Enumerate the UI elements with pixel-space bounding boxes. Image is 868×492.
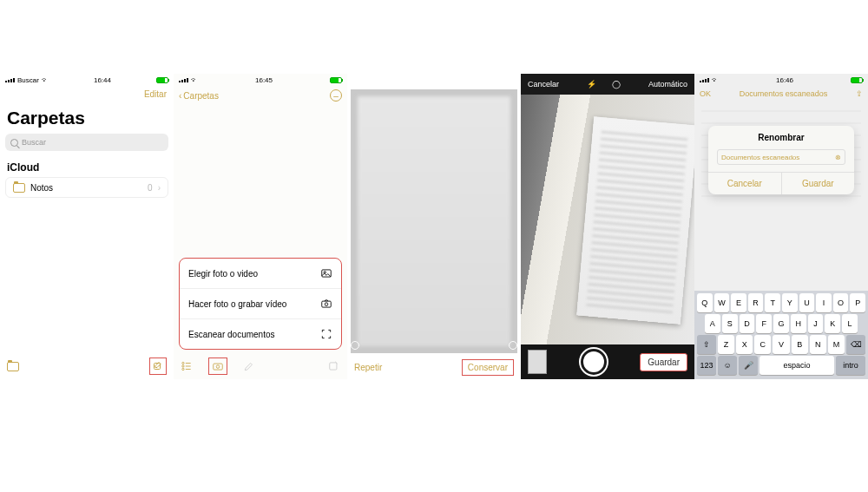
search-input[interactable]: Buscar bbox=[5, 134, 168, 151]
key-v[interactable]: V bbox=[773, 335, 789, 354]
key-p[interactable]: P bbox=[850, 293, 865, 312]
crop-handle-tl[interactable] bbox=[351, 77, 359, 86]
battery-icon bbox=[851, 77, 863, 83]
screen-note-actions: ᯤ 16:45 ‹Carpetas – Elegir foto o video … bbox=[174, 74, 347, 379]
chevron-left-icon: ‹ bbox=[179, 91, 181, 101]
rename-input[interactable]: Documentos escaneados ⊗ bbox=[717, 149, 845, 165]
emoji-key[interactable]: ☺ bbox=[718, 356, 737, 375]
screen-scan-camera: Cancelar ⚡ ◯ Automático Guardar bbox=[521, 74, 694, 379]
search-icon bbox=[10, 139, 18, 147]
svg-rect-10 bbox=[330, 363, 337, 370]
wifi-icon: ᯤ bbox=[42, 76, 49, 84]
take-photo-item[interactable]: Hacer foto o grabar vídeo bbox=[180, 289, 341, 319]
folder-row[interactable]: Notos 0 › bbox=[5, 177, 168, 198]
back-search-label: Buscar bbox=[17, 76, 39, 84]
svg-point-7 bbox=[182, 368, 184, 370]
page-title: Carpetas bbox=[0, 102, 174, 132]
key-z[interactable]: Z bbox=[718, 335, 734, 354]
detected-document bbox=[576, 116, 694, 325]
key-w[interactable]: W bbox=[714, 293, 730, 312]
crop-handle-br[interactable] bbox=[509, 341, 517, 350]
camera-button[interactable] bbox=[208, 358, 227, 375]
key-j[interactable]: J bbox=[808, 314, 824, 333]
space-key[interactable]: espacio bbox=[760, 356, 834, 375]
backspace-key[interactable]: ⌫ bbox=[846, 335, 865, 354]
cancel-button[interactable]: Cancelar bbox=[528, 80, 559, 89]
rename-dialog: Renombrar Documentos escaneados ⊗ Cancel… bbox=[708, 126, 854, 194]
compose-button[interactable] bbox=[149, 358, 167, 375]
dialog-save-button[interactable]: Guardar bbox=[782, 173, 855, 194]
enter-key[interactable]: intro bbox=[836, 356, 865, 375]
key-o[interactable]: O bbox=[833, 293, 849, 312]
folder-icon bbox=[13, 183, 25, 193]
scan-icon bbox=[320, 328, 332, 340]
svg-rect-8 bbox=[214, 364, 223, 370]
wifi-icon: ᯤ bbox=[191, 76, 198, 84]
key-k[interactable]: K bbox=[825, 314, 840, 333]
screen-folders: Buscar ᯤ 16:44 Editar Carpetas Buscar iC… bbox=[0, 74, 174, 379]
battery-icon bbox=[330, 77, 342, 83]
key-m[interactable]: M bbox=[828, 335, 845, 354]
share-icon[interactable]: ⇪ bbox=[856, 89, 863, 98]
scanned-page-preview[interactable] bbox=[351, 89, 517, 353]
svg-rect-3 bbox=[322, 301, 332, 307]
key-e[interactable]: E bbox=[731, 293, 746, 312]
key-r[interactable]: R bbox=[748, 293, 764, 312]
action-sheet: Elegir foto o video Hacer foto o grabar … bbox=[179, 258, 342, 350]
retake-button[interactable]: Repetir bbox=[354, 363, 382, 372]
key-n[interactable]: N bbox=[810, 335, 826, 354]
compose-icon[interactable] bbox=[328, 360, 340, 372]
key-d[interactable]: D bbox=[740, 314, 755, 333]
key-a[interactable]: A bbox=[705, 314, 720, 333]
scan-thumbnail[interactable] bbox=[528, 350, 547, 374]
chevron-right-icon: › bbox=[158, 183, 161, 193]
keep-scan-button[interactable]: Conservar bbox=[462, 359, 514, 376]
shift-key[interactable]: ⇧ bbox=[697, 335, 716, 354]
folder-count: 0 bbox=[148, 183, 153, 193]
collapse-icon[interactable]: – bbox=[330, 89, 342, 102]
new-folder-icon[interactable] bbox=[7, 362, 19, 371]
auto-mode-button[interactable]: Automático bbox=[648, 80, 687, 89]
key-c[interactable]: C bbox=[754, 335, 771, 354]
key-f[interactable]: F bbox=[756, 314, 772, 333]
crop-handle-tr[interactable] bbox=[509, 77, 517, 86]
ok-button[interactable]: OK bbox=[700, 89, 711, 98]
key-s[interactable]: S bbox=[722, 314, 738, 333]
key-y[interactable]: Y bbox=[782, 293, 798, 312]
back-button[interactable]: ‹Carpetas bbox=[179, 91, 219, 101]
photo-icon bbox=[320, 267, 332, 279]
keyboard: QWERTYUIOP ASDFGHJKL ⇧ ZXCVBNM ⌫ 123 ☺ 🎤… bbox=[694, 291, 868, 379]
dialog-cancel-button[interactable]: Cancelar bbox=[708, 173, 782, 194]
save-button[interactable]: Guardar bbox=[640, 353, 687, 371]
signal-icon bbox=[179, 78, 188, 82]
choose-photo-item[interactable]: Elegir foto o video bbox=[180, 259, 341, 289]
numbers-key[interactable]: 123 bbox=[697, 356, 716, 375]
signal-icon bbox=[5, 78, 15, 82]
svg-point-6 bbox=[182, 365, 184, 367]
key-b[interactable]: B bbox=[792, 335, 808, 354]
key-i[interactable]: I bbox=[816, 293, 832, 312]
key-q[interactable]: Q bbox=[697, 293, 713, 312]
key-u[interactable]: U bbox=[799, 293, 815, 312]
checklist-icon[interactable] bbox=[181, 360, 193, 372]
camera-icon bbox=[320, 298, 332, 310]
key-t[interactable]: T bbox=[765, 293, 780, 312]
svg-point-5 bbox=[182, 362, 184, 364]
key-l[interactable]: L bbox=[842, 314, 858, 333]
filter-icon[interactable]: ◯ bbox=[612, 80, 621, 89]
battery-icon bbox=[156, 77, 168, 83]
draw-icon[interactable] bbox=[243, 360, 255, 372]
clear-icon[interactable]: ⊗ bbox=[835, 154, 841, 161]
status-bar: ᯤ 16:46 bbox=[694, 74, 868, 86]
shutter-button[interactable] bbox=[581, 349, 607, 375]
mic-key[interactable]: 🎤 bbox=[739, 356, 758, 375]
crop-handle-bl[interactable] bbox=[351, 341, 359, 350]
wifi-icon: ᯤ bbox=[712, 76, 719, 84]
key-h[interactable]: H bbox=[791, 314, 806, 333]
key-g[interactable]: G bbox=[773, 314, 789, 333]
key-x[interactable]: X bbox=[736, 335, 753, 354]
scan-documents-item[interactable]: Escanear documentos bbox=[180, 319, 341, 349]
edit-button[interactable]: Editar bbox=[144, 89, 167, 99]
flash-icon[interactable]: ⚡ bbox=[587, 80, 596, 89]
status-bar: Buscar ᯤ 16:44 bbox=[0, 74, 174, 86]
